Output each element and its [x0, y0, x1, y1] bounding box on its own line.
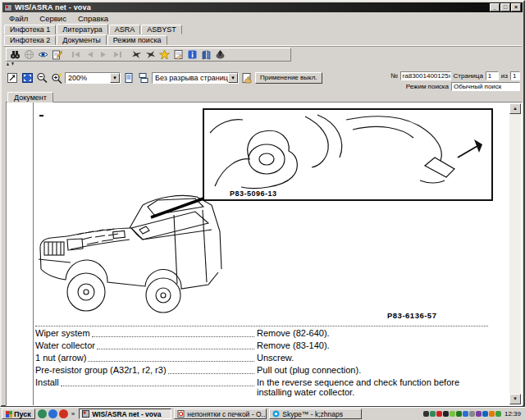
fit-page-icon[interactable] — [6, 72, 19, 84]
menu-service[interactable]: Сервис — [34, 14, 72, 23]
page-break-icon[interactable] — [137, 72, 150, 84]
zoom-level-value: 200% — [66, 73, 110, 83]
table-row: Install In the reverse sequence and chec… — [35, 377, 488, 402]
window-title: WIS/ASRA net - vova — [15, 3, 489, 11]
row-action: Remove (82-640). — [257, 328, 488, 338]
browser-doc-icon — [177, 410, 185, 418]
dot-leader — [168, 365, 254, 374]
page-field[interactable]: 1 — [486, 71, 499, 80]
tray-agent-icon[interactable] — [443, 411, 449, 417]
search-mode-label: Режим поиска — [406, 83, 449, 90]
jump-forward-icon[interactable] — [144, 49, 158, 60]
taskbar: Пуск » WIS/ASRA net - vova непонятки с п… — [0, 407, 525, 420]
chevron-down-icon[interactable]: ▼ — [228, 73, 238, 83]
opera-icon[interactable] — [59, 409, 68, 418]
info-icon[interactable] — [185, 49, 199, 60]
zoom-level-select[interactable]: 200% ▼ — [65, 72, 121, 84]
dot-leader — [88, 353, 254, 362]
tray-vpn-icon[interactable] — [476, 411, 482, 417]
page-of-label: из — [501, 72, 508, 80]
favorites-star-icon[interactable] — [158, 49, 171, 60]
tab-literatura[interactable]: Литература — [57, 24, 107, 34]
annotations-icon[interactable] — [171, 49, 185, 60]
tray-display-icon[interactable] — [423, 411, 429, 417]
single-page-icon[interactable] — [122, 72, 135, 84]
jump-back-icon[interactable] — [130, 49, 144, 60]
tray-download-icon[interactable] — [489, 411, 495, 417]
close-button[interactable]: × — [511, 3, 521, 11]
row-item: Pre-resistor group (A32r1, r2, r3) — [35, 365, 167, 375]
tab-asra[interactable]: ASRA — [109, 25, 141, 34]
search-mode-field[interactable]: Обычный поиск — [451, 82, 520, 91]
tray-player-icon[interactable] — [482, 411, 488, 417]
dot-leader — [61, 377, 254, 386]
inset-figure-code: P83-5096-13 — [230, 189, 277, 198]
preview-eye-icon[interactable] — [36, 49, 50, 60]
tray-messenger-icon[interactable] — [463, 411, 468, 417]
zoom-in-icon[interactable] — [50, 72, 63, 84]
dot-leader — [97, 340, 254, 349]
document-panel: P83-5096-13 — [6, 102, 523, 406]
export-icon[interactable] — [213, 49, 227, 60]
scroll-up-icon[interactable]: ▲ — [509, 103, 521, 114]
tray-updater-icon[interactable] — [450, 411, 455, 417]
icq-icon[interactable] — [38, 409, 47, 418]
tray-network-icon[interactable] — [456, 411, 462, 417]
maximize-button[interactable]: □ — [500, 3, 510, 11]
messenger-icon[interactable] — [48, 409, 57, 418]
task-skype[interactable]: Skype™ - k;zhnaps — [269, 409, 362, 419]
chevron-down-icon[interactable]: ▼ — [110, 73, 120, 83]
view-toolbar: 200% ▼ Без разрыва страниц ▼ Применение … — [6, 71, 322, 84]
table-row: Pre-resistor group (A32r1, r2, r3) Pull … — [35, 365, 488, 377]
row-action: Remove (83-140). — [257, 340, 488, 350]
overflow-chevron-icon[interactable]: » — [70, 410, 76, 418]
toolbar-collapse-grip[interactable] — [7, 62, 18, 66]
tab-document[interactable]: Документ — [7, 92, 53, 103]
page-left-edge — [33, 103, 34, 405]
doc-number-field[interactable]: ra83001400125x — [400, 71, 451, 80]
vertical-scrollbar[interactable]: ▲ ▼ — [509, 103, 521, 404]
table-row: Wiper system Remove (82-640). — [35, 328, 488, 340]
tray-volume-icon[interactable] — [436, 411, 442, 417]
tray-lan-icon[interactable] — [495, 411, 501, 417]
fit-screen-icon[interactable] — [21, 72, 34, 84]
tab-rezhim-poiska[interactable]: Режим поиска — [107, 35, 167, 45]
zoom-out-icon[interactable] — [35, 72, 48, 84]
apply-hand-icon[interactable] — [240, 72, 253, 84]
minimize-button[interactable]: _ — [490, 3, 500, 11]
nav-next-icon[interactable] — [97, 49, 111, 60]
task-browser[interactable]: непонятки с печкой - О... — [174, 409, 267, 419]
tab-infoteka-1[interactable]: Инфотека 1 — [4, 25, 56, 34]
page-label: Страница — [454, 72, 483, 80]
doc-number-row: № ra83001400125x Страница 1 из 1 — [390, 71, 520, 80]
start-button[interactable]: Пуск — [2, 409, 35, 419]
scroll-down-icon[interactable]: ▼ — [509, 394, 521, 404]
tab-row-1: Инфотека 1 Литература ASRA ASBYST — [3, 24, 522, 34]
manual-book-icon[interactable] — [199, 49, 213, 60]
globe-icon[interactable] — [22, 49, 36, 60]
nav-previous-icon[interactable] — [83, 49, 97, 60]
page-layout-select[interactable]: Без разрыва страниц ▼ — [152, 72, 239, 84]
menu-help[interactable]: Справка — [72, 14, 114, 23]
page-total-field[interactable]: 1 — [510, 71, 520, 80]
tab-asbyst[interactable]: ASBYST — [141, 25, 182, 34]
task-wis-asra[interactable]: WIS/ASRA net - vova — [79, 409, 171, 419]
apply-toggle-button[interactable]: Применение выкл. — [255, 72, 322, 84]
search-binoculars-icon[interactable] — [8, 49, 22, 60]
main-toolbar — [6, 48, 291, 62]
search-mode-row: Режим поиска Обычный поиск — [406, 82, 520, 91]
note-edit-icon[interactable] — [50, 49, 64, 60]
nav-first-icon[interactable] — [69, 49, 83, 60]
tab-dokumenty[interactable]: Документы — [57, 34, 106, 45]
app-icon — [4, 4, 12, 11]
tray-antivirus-icon[interactable] — [430, 411, 436, 417]
dot-leader — [92, 328, 254, 337]
doc-number-label: № — [390, 72, 398, 80]
tab-infoteka-2[interactable]: Инфотека 2 — [4, 35, 56, 45]
divider — [3, 45, 522, 47]
tray-scheduler-icon[interactable] — [469, 411, 475, 417]
row-action: Unscrew. — [257, 353, 488, 363]
nav-last-icon[interactable] — [111, 49, 125, 60]
menu-file[interactable]: Файл — [3, 14, 34, 23]
quick-launch: » — [38, 409, 76, 418]
